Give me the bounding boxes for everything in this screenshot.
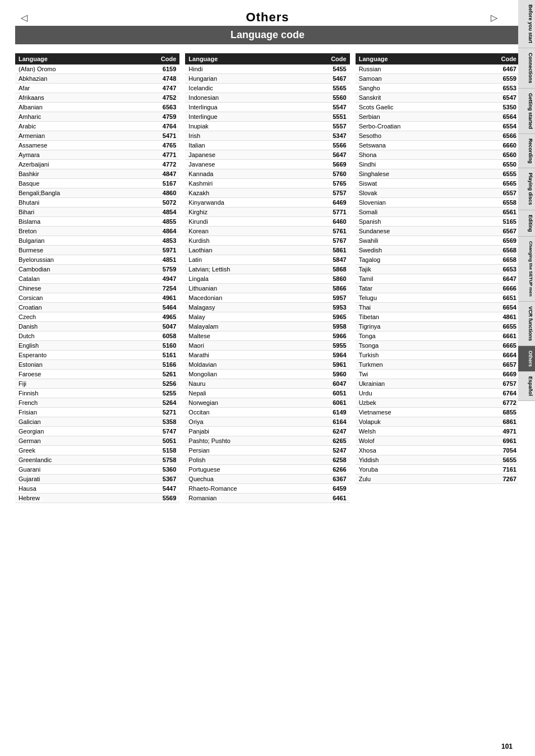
sidebar-tab-playing-discs[interactable]: Playing discs bbox=[518, 168, 535, 210]
sidebar-tab-editing[interactable]: Editing bbox=[518, 210, 535, 237]
table-row: German5051 bbox=[15, 436, 179, 446]
table-row: Inupiak5557 bbox=[185, 122, 349, 131]
language-cell: Zulu bbox=[356, 474, 468, 484]
sidebar-tab-espanol[interactable]: Español bbox=[518, 372, 535, 401]
code-cell: 6553 bbox=[468, 84, 520, 93]
sidebar-tab-others[interactable]: Others bbox=[518, 346, 535, 372]
table-row: Sanskrit6547 bbox=[356, 93, 520, 103]
code-cell: 5971 bbox=[128, 246, 179, 255]
code-cell: 6164 bbox=[303, 417, 350, 427]
code-cell: 5566 bbox=[303, 141, 350, 150]
table-row: Telugu6651 bbox=[356, 293, 520, 303]
language-cell: Bashkir bbox=[15, 169, 128, 179]
code-cell: 5847 bbox=[303, 255, 350, 265]
table-row: Dutch6058 bbox=[15, 331, 179, 341]
code-cell: 4855 bbox=[128, 217, 179, 227]
language-cell: Laothian bbox=[185, 246, 302, 255]
language-cell: Inupiak bbox=[185, 122, 302, 131]
language-cell: Breton bbox=[15, 227, 128, 236]
table-row: Bhutani5072 bbox=[15, 198, 179, 208]
table-row: Latin5847 bbox=[185, 255, 349, 265]
code-cell: 4853 bbox=[128, 236, 179, 246]
language-cell: Portuguese bbox=[185, 465, 302, 474]
language-cell: Byelorussian bbox=[15, 255, 128, 265]
code-cell: 5860 bbox=[303, 274, 350, 284]
language-cell: Rhaeto-Romance bbox=[185, 484, 302, 494]
code-cell: 6563 bbox=[128, 103, 179, 112]
sidebar-tab-vcr-functions[interactable]: VCR functions bbox=[518, 302, 535, 346]
table-row: Romanian6461 bbox=[185, 494, 349, 503]
code-cell: 5167 bbox=[128, 179, 179, 188]
table-row: Abkhazian4748 bbox=[15, 74, 179, 84]
right-arrow-icon[interactable]: ▷ bbox=[491, 12, 497, 23]
code-cell: 6266 bbox=[303, 465, 350, 474]
table-row: Norwegian6061 bbox=[185, 398, 349, 408]
code-cell: 6557 bbox=[468, 188, 520, 198]
language-cell: English bbox=[15, 341, 128, 351]
code-cell: 4961 bbox=[128, 293, 179, 303]
language-cell: Icelandic bbox=[185, 84, 302, 93]
language-cell: Lingala bbox=[185, 274, 302, 284]
table-row: Greek5158 bbox=[15, 446, 179, 455]
language-cell: Gujarati bbox=[15, 474, 128, 484]
table-row: Somali6561 bbox=[356, 208, 520, 217]
code-cell: 5767 bbox=[303, 236, 350, 246]
code-cell: 6461 bbox=[303, 494, 350, 503]
sidebar-tab-connections[interactable]: Connections bbox=[518, 48, 535, 89]
language-cell: Yoruba bbox=[356, 465, 468, 474]
language-cell: Burmese bbox=[15, 246, 128, 255]
code-cell: 6459 bbox=[303, 484, 350, 494]
table-row: Korean5761 bbox=[185, 227, 349, 236]
language-cell: Pashto; Pushto bbox=[185, 436, 302, 446]
language-cell: Slovak bbox=[356, 188, 468, 198]
table-row: Arabic4764 bbox=[15, 122, 179, 131]
table-row: Interlingua5547 bbox=[185, 103, 349, 112]
sidebar-tab-changing-setup[interactable]: Changing the SETUP men bbox=[518, 237, 535, 302]
language-cell: Wolof bbox=[356, 436, 468, 446]
code-cell: 6555 bbox=[468, 169, 520, 179]
table-row: Kazakh5757 bbox=[185, 188, 349, 198]
code-cell: 6654 bbox=[468, 303, 520, 312]
table-row: Sindhi6550 bbox=[356, 160, 520, 169]
code-cell: 6047 bbox=[303, 379, 350, 389]
table-row: Malay5965 bbox=[185, 312, 349, 322]
code-cell: 5255 bbox=[128, 389, 179, 398]
language-cell: Estonian bbox=[15, 360, 128, 370]
language-cell: Tsonga bbox=[356, 341, 468, 351]
code-cell: 6467 bbox=[468, 64, 520, 74]
table-row: Afar4747 bbox=[15, 84, 179, 93]
language-cell: Bihari bbox=[15, 208, 128, 217]
col2-language-header: Language bbox=[185, 53, 302, 64]
left-arrow-icon[interactable]: ◁ bbox=[21, 12, 27, 23]
language-cell: Malagasy bbox=[185, 303, 302, 312]
table-row: Macedonian5957 bbox=[185, 293, 349, 303]
code-cell: 5953 bbox=[303, 303, 350, 312]
language-cell: Tagalog bbox=[356, 255, 468, 265]
table-row: Turkish6664 bbox=[356, 351, 520, 360]
code-cell: 7267 bbox=[468, 474, 520, 484]
code-cell: 5360 bbox=[128, 465, 179, 474]
table-row: Singhalese6555 bbox=[356, 169, 520, 179]
code-cell: 6265 bbox=[303, 436, 350, 446]
table-row: Welsh4971 bbox=[356, 427, 520, 436]
table-row: Polish6258 bbox=[185, 455, 349, 465]
code-cell: 6258 bbox=[303, 455, 350, 465]
language-cell: Malay bbox=[185, 312, 302, 322]
code-cell: 6460 bbox=[303, 217, 350, 227]
sidebar-tab-before-you-start[interactable]: Before you start bbox=[518, 0, 535, 48]
language-cell: Serbo-Croatian bbox=[356, 122, 468, 131]
language-cell: Bislama bbox=[15, 217, 128, 227]
table-row: Croatian5464 bbox=[15, 303, 179, 312]
code-cell: 6469 bbox=[303, 198, 350, 208]
language-cell: Kurdish bbox=[185, 236, 302, 246]
table-row: Swahili6569 bbox=[356, 236, 520, 246]
language-cell: Uzbek bbox=[356, 398, 468, 408]
table-row: Irish5347 bbox=[185, 131, 349, 141]
table-row: Twi6669 bbox=[356, 370, 520, 379]
code-cell: 6669 bbox=[468, 370, 520, 379]
language-cell: Tonga bbox=[356, 331, 468, 341]
code-cell: 4752 bbox=[128, 93, 179, 103]
code-cell: 4851 bbox=[128, 255, 179, 265]
sidebar-tab-getting-started[interactable]: Getting started bbox=[518, 89, 535, 134]
sidebar-tab-recording[interactable]: Recording bbox=[518, 134, 535, 169]
